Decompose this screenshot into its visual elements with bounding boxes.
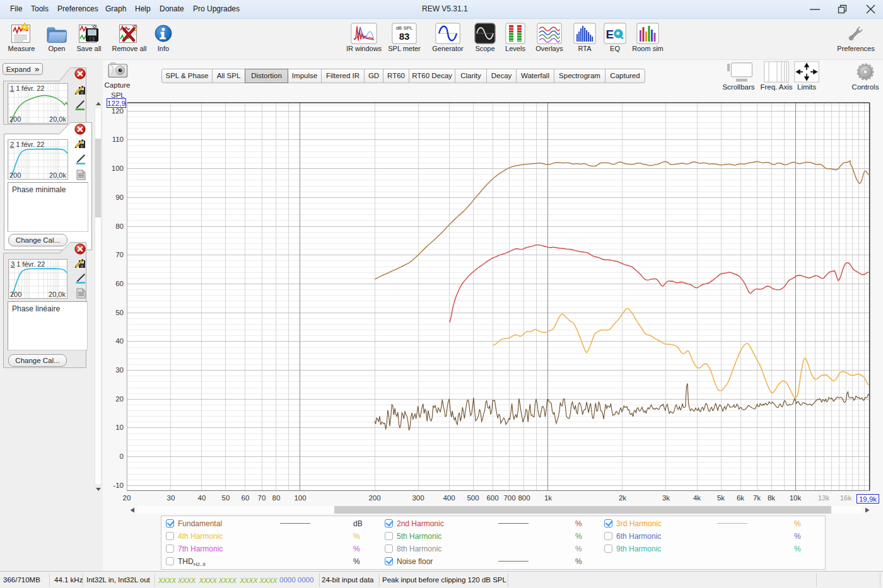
svg-text:E: E [606, 28, 614, 41]
svg-text:83: 83 [399, 31, 410, 42]
svg-text:dB SPL: dB SPL [395, 25, 413, 31]
